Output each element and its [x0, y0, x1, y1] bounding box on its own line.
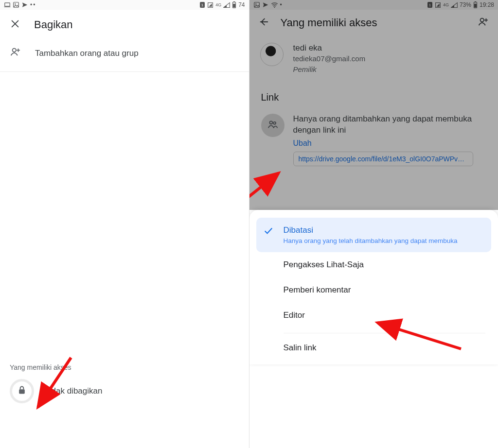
signal-icon — [207, 2, 213, 8]
lock-circle — [10, 379, 34, 403]
commenter-label: Pemberi komentar — [284, 285, 351, 295]
permission-sheet: Dibatasi Hanya orang yang telah ditambah… — [249, 210, 498, 364]
not-shared-row[interactable]: Tidak dibagikan — [0, 374, 249, 412]
laptop-icon — [4, 1, 11, 8]
back-icon[interactable] — [258, 17, 269, 29]
dimmed-background: • 1 4G 73% 19:28 Yang memiliki akses — [249, 0, 498, 210]
battery-icon — [473, 1, 478, 8]
cell-bars-icon — [223, 2, 230, 8]
option-restricted[interactable]: Dibatasi Hanya orang yang telah ditambah… — [256, 218, 492, 252]
network-4g-icon: 4G — [215, 2, 221, 7]
network-4g-icon: 4G — [443, 2, 449, 7]
svg-rect-9 — [233, 4, 235, 8]
owner-name: tedi eka — [293, 43, 366, 54]
option-editor[interactable]: Editor — [249, 303, 498, 328]
send-icon — [262, 1, 269, 8]
more-dots-icon: •• — [30, 1, 36, 8]
battery-icon — [232, 1, 236, 8]
svg-point-21 — [480, 18, 484, 22]
svg-text:1: 1 — [201, 3, 204, 7]
svg-rect-0 — [5, 3, 10, 6]
owner-row: tedi eka tedieka07@gmail.com Pemilik — [249, 36, 498, 81]
sim-icon: 1 — [427, 1, 433, 8]
add-people-label: Tambahkan orang atau grup — [35, 49, 139, 58]
owner-role: Pemilik — [293, 65, 366, 74]
restricted-title: Dibatasi — [284, 225, 458, 235]
option-viewer[interactable]: Pengakses Lihat-Saja — [249, 252, 498, 277]
close-icon[interactable] — [10, 18, 20, 31]
status-bar: •• 1 4G 74 — [0, 0, 249, 10]
right-screenshot: • 1 4G 73% 19:28 Yang memiliki akses — [249, 0, 498, 448]
editor-label: Editor — [284, 310, 305, 320]
person-add-icon — [10, 47, 21, 60]
access-header: Yang memiliki akses — [249, 10, 498, 36]
sim-icon: 1 — [199, 1, 205, 8]
svg-rect-19 — [475, 1, 476, 2]
svg-text:1: 1 — [429, 3, 431, 7]
lock-icon — [17, 385, 27, 397]
not-shared-label: Tidak dibagikan — [45, 386, 102, 396]
access-title: Yang memiliki akses — [281, 17, 466, 29]
battery-percent: 73% — [460, 1, 471, 8]
send-icon — [21, 1, 28, 8]
signal-icon — [435, 2, 441, 8]
cell-bars-icon — [451, 2, 458, 8]
check-icon — [264, 226, 273, 239]
option-copy-link[interactable]: Salin link — [249, 335, 498, 361]
image-icon — [13, 1, 19, 8]
link-heading: Link — [249, 81, 498, 107]
svg-rect-1 — [4, 7, 11, 7]
svg-point-3 — [15, 3, 16, 4]
person-add-icon[interactable] — [478, 17, 489, 29]
link-description: Hanya orang ditambahkan yang dapat membu… — [293, 114, 487, 136]
image-icon — [253, 1, 260, 8]
left-screenshot: •• 1 4G 74 Bagikan Tambahkan orang atau … — [0, 0, 249, 448]
svg-point-23 — [273, 122, 276, 124]
who-has-access-label: Yang memiliki akses — [0, 363, 249, 374]
svg-rect-11 — [19, 389, 25, 394]
svg-point-10 — [13, 49, 16, 52]
svg-point-13 — [255, 3, 256, 4]
svg-rect-20 — [474, 4, 477, 8]
share-header: Bagikan — [0, 10, 249, 40]
svg-point-14 — [274, 6, 275, 7]
people-icon — [267, 119, 279, 132]
link-section: Link Hanya orang ditambahkan yang dapat … — [249, 81, 498, 181]
viewer-label: Pengakses Lihat-Saja — [284, 260, 364, 270]
avatar — [260, 43, 284, 66]
add-people-row[interactable]: Tambahkan orang atau grup — [0, 40, 249, 72]
owner-email: tedieka07@gmail.com — [293, 54, 366, 64]
share-title: Bagikan — [34, 18, 73, 31]
svg-point-22 — [269, 121, 272, 124]
drive-url[interactable]: https://drive.google.com/file/d/1eM3_olG… — [293, 152, 473, 166]
people-circle — [261, 114, 285, 137]
wifi-icon — [271, 2, 278, 8]
dot-icon: • — [280, 1, 282, 8]
status-bar-right: • 1 4G 73% 19:28 — [249, 0, 498, 10]
change-link[interactable]: Ubah — [293, 139, 312, 148]
svg-rect-8 — [233, 1, 235, 2]
copy-link-label: Salin link — [284, 343, 317, 353]
option-commenter[interactable]: Pemberi komentar — [249, 277, 498, 303]
restricted-sub: Hanya orang yang telah ditambahkan yang … — [284, 237, 458, 244]
battery-percent: 74 — [238, 1, 245, 8]
clock-text: 19:28 — [480, 1, 494, 8]
